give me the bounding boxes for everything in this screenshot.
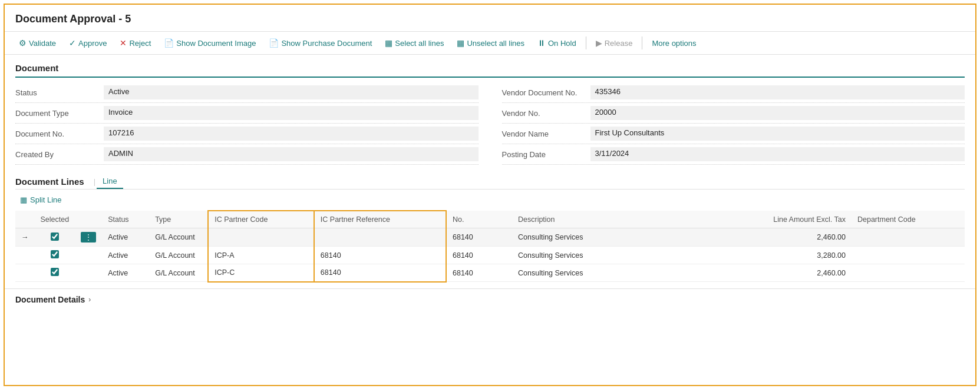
document-fields-right: Vendor Document No. 435346 Vendor No. 20… xyxy=(502,82,965,165)
col-header-dept-code: Department Code xyxy=(852,211,965,228)
row-ic-partner-code: ICP-A xyxy=(208,247,314,264)
document-fields-grid: Status Active Document Type Invoice Docu… xyxy=(15,82,965,165)
field-vendor-no: Vendor No. 20000 xyxy=(502,103,965,124)
document-no-label: Document No. xyxy=(15,129,104,138)
row-ic-partner-code: ICP-C xyxy=(208,264,314,282)
outer-border: Document Approval - 5 ⚙ Validate ✓ Appro… xyxy=(4,4,976,386)
document-details-title[interactable]: Document Details xyxy=(15,295,85,304)
field-vendor-doc-no: Vendor Document No. 435346 xyxy=(502,82,965,103)
vendor-name-label: Vendor Name xyxy=(502,129,590,138)
row-checkbox[interactable] xyxy=(51,268,59,276)
col-header-ic-partner-reference: IC Partner Reference xyxy=(314,211,446,228)
row-type: G/L Account xyxy=(149,264,208,282)
toolbar-separator-2 xyxy=(642,36,642,49)
document-lines-table-wrapper: Selected Status Type IC Partner Code IC … xyxy=(15,210,965,283)
release-button[interactable]: ▶ Release xyxy=(590,35,639,51)
on-hold-button[interactable]: ⏸ On Hold xyxy=(532,35,582,51)
row-no: 68140 xyxy=(446,247,512,264)
table-row: →⋮ActiveG/L Account68140Consulting Servi… xyxy=(15,228,965,247)
more-options-button[interactable]: More options xyxy=(646,36,702,51)
col-header-arrow xyxy=(15,211,35,228)
col-header-description: Description xyxy=(512,211,701,228)
posting-date-value: 3/11/2024 xyxy=(590,147,965,161)
row-ic-partner-reference xyxy=(314,228,446,247)
document-lines-section: Document Lines | Line ▦ Split Line Selec… xyxy=(5,171,975,286)
row-actions[interactable]: ⋮ xyxy=(75,228,102,247)
row-arrow xyxy=(15,247,35,264)
field-document-type: Document Type Invoice xyxy=(15,103,479,124)
document-lines-header: Document Lines | Line xyxy=(15,174,965,190)
status-value: Active xyxy=(104,85,479,99)
document-fields-left: Status Active Document Type Invoice Docu… xyxy=(15,82,479,165)
document-type-label: Document Type xyxy=(15,109,104,118)
show-purchase-document-icon: 📄 xyxy=(269,38,279,48)
select-all-lines-button[interactable]: ▦ Select all lines xyxy=(379,35,450,51)
table-row: ActiveG/L AccountICP-C6814068140Consulti… xyxy=(15,264,965,282)
row-actions xyxy=(75,264,102,282)
chevron-right-icon: › xyxy=(88,295,91,304)
vendor-no-value: 20000 xyxy=(590,106,965,120)
field-created-by: Created By ADMIN xyxy=(15,144,479,165)
created-by-value: ADMIN xyxy=(104,147,479,161)
tab-separator: | xyxy=(93,177,97,186)
row-description: Consulting Services xyxy=(512,228,701,247)
toolbar-separator xyxy=(586,36,586,49)
document-section: Document Status Active Document Type Inv… xyxy=(5,55,975,171)
on-hold-icon: ⏸ xyxy=(537,38,546,48)
field-vendor-name: Vendor Name First Up Consultants xyxy=(502,124,965,144)
document-section-title: Document xyxy=(15,63,965,78)
col-header-selected: Selected xyxy=(35,211,75,228)
row-line-amount: 2,460.00 xyxy=(701,264,852,282)
split-line-button[interactable]: ▦ Split Line xyxy=(15,193,66,207)
page-title: Document Approval - 5 xyxy=(5,5,975,31)
document-lines-title: Document Lines xyxy=(15,174,93,189)
document-no-value: 107216 xyxy=(104,127,479,141)
posting-date-label: Posting Date xyxy=(502,150,590,159)
document-type-value: Invoice xyxy=(104,106,479,120)
vendor-name-value: First Up Consultants xyxy=(590,127,965,141)
created-by-label: Created By xyxy=(15,150,104,159)
field-posting-date: Posting Date 3/11/2024 xyxy=(502,144,965,165)
show-document-image-icon: 📄 xyxy=(164,38,174,48)
show-document-image-button[interactable]: 📄 Show Document Image xyxy=(158,35,262,51)
vendor-doc-no-label: Vendor Document No. xyxy=(502,88,590,97)
row-checkbox[interactable] xyxy=(51,232,59,241)
row-status: Active xyxy=(102,264,149,282)
col-header-actions xyxy=(75,211,102,228)
row-actions xyxy=(75,247,102,264)
validate-icon: ⚙ xyxy=(19,38,27,48)
row-selected[interactable] xyxy=(35,264,75,282)
row-line-amount: 3,280.00 xyxy=(701,247,852,264)
col-header-no: No. xyxy=(446,211,512,228)
row-dept-code xyxy=(852,247,965,264)
toolbar: ⚙ Validate ✓ Approve ✕ Reject 📄 Show Doc… xyxy=(5,31,975,55)
unselect-all-lines-button[interactable]: ▦ Unselect all lines xyxy=(451,35,530,51)
col-header-ic-partner-code: IC Partner Code xyxy=(208,211,314,228)
row-dept-code xyxy=(852,264,965,282)
field-status: Status Active xyxy=(15,82,479,103)
status-label: Status xyxy=(15,88,104,97)
col-header-status: Status xyxy=(102,211,149,228)
approve-icon: ✓ xyxy=(69,38,76,48)
table-row: ActiveG/L AccountICP-A6814068140Consulti… xyxy=(15,247,965,264)
approve-button[interactable]: ✓ Approve xyxy=(63,35,113,51)
release-icon: ▶ xyxy=(596,38,602,48)
row-selected[interactable] xyxy=(35,247,75,264)
reject-button[interactable]: ✕ Reject xyxy=(114,35,157,51)
unselect-all-icon: ▦ xyxy=(457,38,464,48)
row-ic-partner-reference: 68140 xyxy=(314,247,446,264)
row-selected[interactable] xyxy=(35,228,75,247)
row-type: G/L Account xyxy=(149,228,208,247)
vendor-no-label: Vendor No. xyxy=(502,109,590,118)
row-description: Consulting Services xyxy=(512,247,701,264)
row-status: Active xyxy=(102,247,149,264)
document-details-section[interactable]: Document Details › xyxy=(5,288,975,310)
row-checkbox[interactable] xyxy=(51,250,59,258)
validate-button[interactable]: ⚙ Validate xyxy=(13,35,62,51)
row-actions-button[interactable]: ⋮ xyxy=(81,232,96,242)
row-status: Active xyxy=(102,228,149,247)
row-description: Consulting Services xyxy=(512,264,701,282)
tab-line[interactable]: Line xyxy=(97,174,123,189)
show-purchase-document-button[interactable]: 📄 Show Purchase Document xyxy=(263,35,378,51)
row-arrow: → xyxy=(15,228,35,247)
